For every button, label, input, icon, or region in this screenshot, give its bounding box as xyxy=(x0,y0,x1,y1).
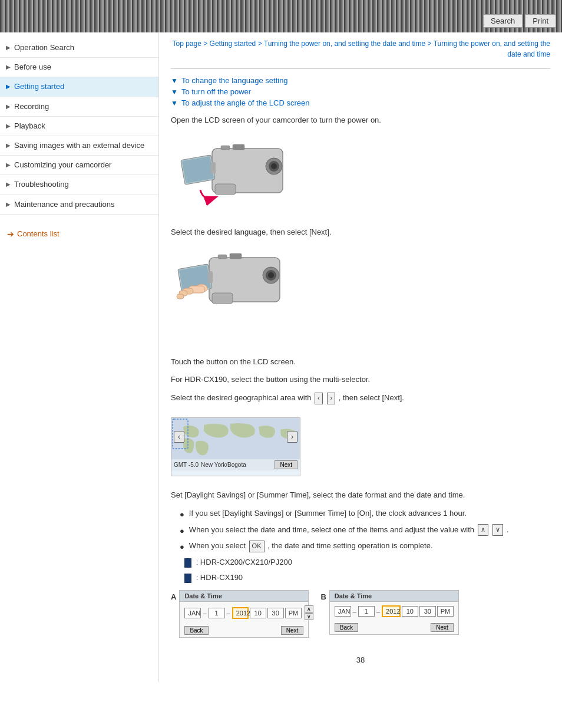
dt-next-a[interactable]: Next xyxy=(281,626,304,635)
up-arrow-btn[interactable]: ∧ xyxy=(478,524,488,536)
svg-point-14 xyxy=(268,272,274,278)
bullet-dot: ● xyxy=(180,541,184,554)
link-turn-off-power[interactable]: ▼ To turn off the power xyxy=(171,87,550,96)
dt-diagrams: A Date & Time JAN – 1 – 2012 10 30 PM xyxy=(171,590,550,638)
dt-month-b[interactable]: JAN xyxy=(335,606,351,617)
link-label: To turn off the power xyxy=(181,87,251,96)
triangle-down-icon: ▼ xyxy=(171,99,178,107)
svg-rect-6 xyxy=(211,162,216,174)
dt-year-a[interactable]: 2012 xyxy=(232,607,249,619)
sidebar-item-label: Before use xyxy=(14,62,51,73)
arrow-icon: ▶ xyxy=(6,63,11,71)
sidebar-item-saving-images[interactable]: ▶ Saving images with an external device xyxy=(0,136,158,156)
bullet-item-1: ● If you set [Daylight Savings] or [Summ… xyxy=(180,508,550,521)
bullet-item-3: ● When you select OK , the date and time… xyxy=(180,540,550,554)
camera-svg-1 xyxy=(171,134,295,219)
dt-diagram-b: Date & Time JAN – 1 – 2012 10 30 PM xyxy=(329,590,459,635)
geo-diagram-container: ‹ › GMT -5.0 New York/Bogota Next xyxy=(171,411,550,482)
bullet-text-4: : HDR-CX200/CX210/PJ200 xyxy=(184,556,292,569)
dt-month-a[interactable]: JAN xyxy=(184,608,201,618)
dt-next-b[interactable]: Next xyxy=(431,623,454,632)
sidebar: ▶ Operation Search ▶ Before use ▶ Gettin… xyxy=(0,32,159,682)
dt-down-a[interactable]: ∨ xyxy=(305,613,313,621)
dt-min-a[interactable]: 30 xyxy=(267,608,284,618)
instruction-open-lcd: Open the LCD screen of your camcorder to… xyxy=(171,114,550,127)
arrow-icon: ▶ xyxy=(6,83,11,91)
sidebar-item-before-use[interactable]: ▶ Before use xyxy=(0,58,158,77)
breadcrumb-top[interactable]: Top page xyxy=(173,39,201,48)
bullet-text-1: If you set [Daylight Savings] or [Summer… xyxy=(189,508,467,520)
dt-back-b[interactable]: Back xyxy=(335,623,358,632)
down-arrow-btn[interactable]: ∨ xyxy=(492,524,503,536)
dt-b-wrapper: B Date & Time JAN – 1 – 2012 10 30 PM xyxy=(320,590,458,635)
geo-controls: GMT -5.0 New York/Bogota Next xyxy=(171,459,300,470)
svg-rect-9 xyxy=(221,146,230,150)
dt-title-a: Date & Time xyxy=(180,591,308,602)
dt-bottom-a: Back Next xyxy=(180,624,308,637)
sidebar-item-playback[interactable]: ▶ Playback xyxy=(0,117,158,136)
dt-ampm-b[interactable]: PM xyxy=(437,606,454,617)
dt-year-b[interactable]: 2012 xyxy=(382,605,401,617)
triangle-down-icon: ▼ xyxy=(171,77,178,85)
sidebar-item-maintenance[interactable]: ▶ Maintenance and precautions xyxy=(0,195,158,215)
world-map-svg xyxy=(171,418,300,459)
contents-list-label: Contents list xyxy=(17,229,59,238)
sidebar-item-troubleshooting[interactable]: ▶ Troubleshooting xyxy=(0,175,158,195)
dt-a-wrapper: A Date & Time JAN – 1 – 2012 10 30 PM xyxy=(171,590,309,638)
dt-fields-b: JAN – 1 – 2012 10 30 PM xyxy=(330,602,458,621)
location-label: New York/Bogota xyxy=(201,462,246,468)
bullet-dot: ● xyxy=(180,525,184,538)
ok-btn[interactable]: OK xyxy=(249,541,265,552)
dt-hour-b[interactable]: 10 xyxy=(402,606,418,617)
geo-next-button[interactable]: Next xyxy=(275,460,297,469)
breadcrumb-turning-power[interactable]: Turning the power on, and setting the da… xyxy=(264,39,425,48)
dt-title-b: Date & Time xyxy=(330,591,458,602)
bullet-text-5: : HDR-CX190 xyxy=(184,572,243,584)
link-label: To change the language setting xyxy=(181,76,288,85)
sidebar-item-customizing[interactable]: ▶ Customizing your camcorder xyxy=(0,156,158,175)
breadcrumb-last[interactable]: Turning the power on, and setting the da… xyxy=(434,39,550,58)
sidebar-item-label: Customizing your camcorder xyxy=(14,160,111,170)
breadcrumb-getting-started[interactable]: Getting started xyxy=(210,39,256,48)
geo-left-btn[interactable]: ‹ xyxy=(174,431,184,443)
dt-hour-a[interactable]: 10 xyxy=(250,608,266,618)
dt-min-b[interactable]: 30 xyxy=(419,606,436,617)
arrow-icon: ▶ xyxy=(6,122,11,130)
dt-day-a[interactable]: 1 xyxy=(209,608,225,618)
sidebar-item-label: Troubleshooting xyxy=(14,179,69,190)
breadcrumb: Top page > Getting started > Turning the… xyxy=(171,38,550,60)
link-adjust-angle[interactable]: ▼ To adjust the angle of the LCD screen xyxy=(171,98,550,107)
contents-list-link[interactable]: ➔ Contents list xyxy=(0,223,158,245)
sidebar-item-recording[interactable]: ▶ Recording xyxy=(0,97,158,117)
dt-ampm-a[interactable]: PM xyxy=(285,608,302,618)
svg-rect-24 xyxy=(218,255,227,259)
print-button[interactable]: Print xyxy=(525,14,556,28)
sidebar-item-getting-started[interactable]: ▶ Getting started xyxy=(0,77,158,97)
dt-back-a[interactable]: Back xyxy=(184,626,208,635)
sidebar-item-operation-search[interactable]: ▶ Operation Search xyxy=(0,38,158,58)
right-arrow-button[interactable]: › xyxy=(327,393,335,404)
page-number: 38 xyxy=(171,650,550,664)
svg-rect-10 xyxy=(233,144,244,150)
sidebar-item-label: Getting started xyxy=(14,81,64,92)
camera-svg-2 xyxy=(171,246,295,349)
arrow-icon: ▶ xyxy=(6,141,11,150)
dt-label-a: A xyxy=(171,590,176,601)
main-layout: ▶ Operation Search ▶ Before use ▶ Gettin… xyxy=(0,32,562,682)
bullet-text-3: When you select OK , the date and time s… xyxy=(189,540,433,552)
geo-right-btn[interactable]: › xyxy=(287,431,297,443)
link-label: To adjust the angle of the LCD screen xyxy=(181,98,310,107)
geo-map: ‹ › xyxy=(171,418,300,459)
search-button[interactable]: Search xyxy=(483,14,523,28)
bullet-list: ● If you set [Daylight Savings] or [Summ… xyxy=(180,508,550,584)
section-divider xyxy=(171,68,550,69)
left-arrow-button[interactable]: ‹ xyxy=(315,393,323,404)
gmt-label: GMT -5.0 xyxy=(174,462,199,468)
camera-diagram-2 xyxy=(171,246,550,349)
dt-up-a[interactable]: ∧ xyxy=(305,605,313,613)
link-change-language[interactable]: ▼ To change the language setting xyxy=(171,76,550,85)
svg-rect-17 xyxy=(208,271,213,283)
dt-day-b[interactable]: 1 xyxy=(358,606,375,617)
sidebar-item-label: Recording xyxy=(14,101,49,112)
arrow-icon: ▶ xyxy=(6,200,11,209)
